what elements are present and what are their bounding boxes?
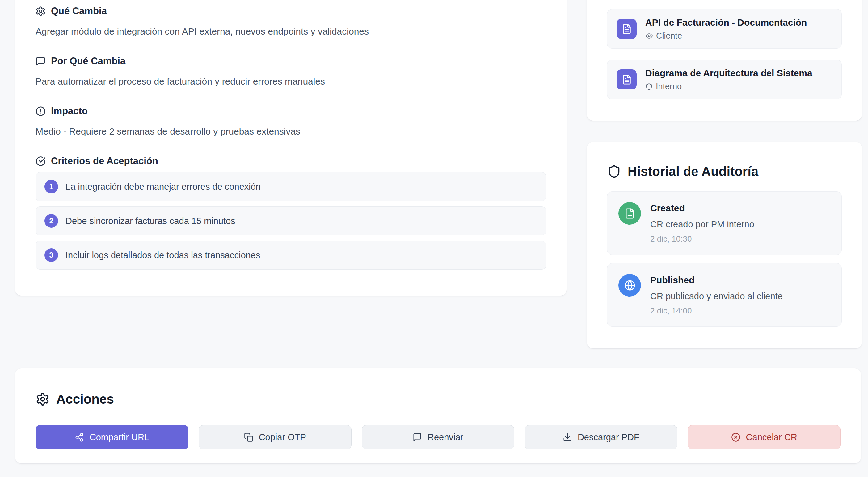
section-body-impacto: Medio - Requiere 2 semanas de desarrollo… [35, 125, 546, 138]
eye-icon [645, 32, 653, 40]
file-text-icon [617, 19, 637, 39]
audit-event-timestamp: 2 dic, 10:30 [650, 234, 754, 244]
actions-title: Acciones [56, 391, 114, 407]
file-text-icon [618, 202, 641, 225]
copy-icon [244, 433, 253, 442]
cancel-cr-button[interactable]: Cancelar CR [688, 425, 840, 449]
section-heading-por-que-cambia: Por Qué Cambia [35, 55, 546, 67]
attachment-title: API de Facturación - Documentación [645, 17, 807, 28]
attachments-card: API de Facturación - Documentación Clien… [587, 0, 862, 121]
actions-card: Acciones Compartir URL Copiar OTP Reenvi… [15, 368, 861, 464]
section-body-que-cambia: Agregar módulo de integración con API ex… [35, 25, 546, 38]
button-label: Descargar PDF [578, 432, 640, 442]
audit-event-name: Published [650, 274, 783, 286]
actions-heading: Acciones [35, 391, 840, 407]
button-label: Reenviar [428, 432, 463, 442]
criteria-text: Debe sincronizar facturas cada 15 minuto… [65, 216, 236, 226]
criteria-item: 3 Incluir logs detallados de todas las t… [35, 241, 546, 270]
attachment-visibility: Cliente [645, 31, 807, 41]
change-request-details-card: Qué Cambia Agregar módulo de integración… [15, 0, 566, 296]
download-pdf-button[interactable]: Descargar PDF [525, 425, 677, 449]
section-title: Qué Cambia [51, 5, 107, 17]
attachment-visibility-label: Cliente [656, 31, 682, 41]
audit-entry: Published CR publicado y enviado al clie… [607, 263, 842, 327]
attachment-item[interactable]: Diagrama de Arquitectura del Sistema Int… [607, 60, 842, 99]
resend-button[interactable]: Reenviar [362, 425, 515, 449]
section-title: Criterios de Aceptación [51, 155, 158, 167]
criteria-item: 2 Debe sincronizar facturas cada 15 minu… [35, 206, 546, 235]
section-heading-impacto: Impacto [35, 105, 546, 117]
audit-event-description: CR creado por PM interno [650, 218, 754, 231]
criteria-text: Incluir logs detallados de todas las tra… [65, 250, 260, 261]
section-title: Impacto [51, 105, 88, 117]
copy-otp-button[interactable]: Copiar OTP [198, 425, 351, 449]
criteria-number-badge: 2 [44, 214, 58, 228]
button-label: Copiar OTP [259, 432, 306, 442]
criteria-item: 1 La integración debe manejar errores de… [35, 172, 546, 201]
criteria-text: La integración debe manejar errores de c… [65, 182, 261, 192]
gear-icon [35, 392, 50, 406]
attachment-visibility-label: Interno [656, 82, 682, 91]
actions-buttons-row: Compartir URL Copiar OTP Reenviar Descar… [35, 425, 840, 449]
alert-circle-icon [35, 106, 46, 116]
gear-icon [35, 6, 46, 16]
download-icon [563, 433, 572, 442]
share-icon [75, 433, 84, 442]
criteria-number-badge: 1 [44, 180, 58, 194]
circle-x-icon [731, 433, 740, 442]
audit-event-name: Created [650, 202, 754, 214]
section-heading-que-cambia: Qué Cambia [35, 5, 546, 17]
attachment-item[interactable]: API de Facturación - Documentación Clien… [607, 9, 842, 49]
criteria-number-badge: 3 [44, 248, 58, 262]
globe-icon [618, 274, 641, 297]
share-url-button[interactable]: Compartir URL [35, 425, 188, 449]
check-circle-icon [35, 156, 46, 166]
button-label: Cancelar CR [746, 432, 797, 442]
shield-icon [645, 83, 653, 91]
message-square-icon [35, 56, 46, 66]
audit-history-title: Historial de Auditoría [628, 164, 758, 179]
attachment-visibility: Interno [645, 82, 812, 91]
attachment-title: Diagrama de Arquitectura del Sistema [645, 68, 812, 79]
audit-history-heading: Historial de Auditoría [607, 164, 842, 179]
section-title: Por Qué Cambia [51, 55, 125, 67]
audit-history-card: Historial de Auditoría Created CR creado… [587, 142, 862, 348]
section-heading-criterios: Criterios de Aceptación [35, 155, 546, 167]
button-label: Compartir URL [90, 432, 149, 442]
audit-event-description: CR publicado y enviado al cliente [650, 290, 783, 302]
message-square-icon [413, 433, 422, 442]
file-text-icon [617, 69, 637, 90]
section-body-por-que-cambia: Para automatizar el proceso de facturaci… [35, 75, 546, 88]
audit-event-timestamp: 2 dic, 14:00 [650, 305, 783, 316]
audit-entry: Created CR creado por PM interno 2 dic, … [607, 191, 842, 255]
shield-icon [607, 165, 621, 179]
